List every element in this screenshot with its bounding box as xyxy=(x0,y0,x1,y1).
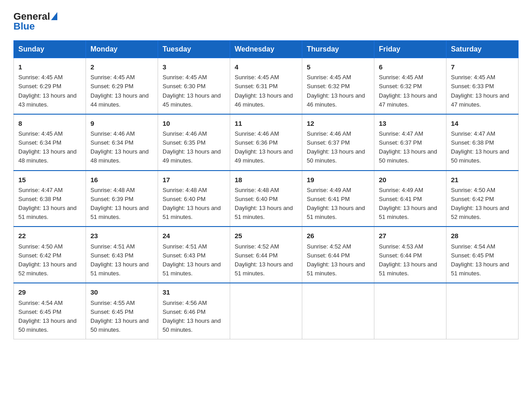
day-number: 2 xyxy=(90,62,153,72)
calendar-cell xyxy=(230,283,302,339)
calendar-cell: 28 Sunrise: 4:54 AMSunset: 6:45 PMDaylig… xyxy=(446,227,519,283)
day-info: Sunrise: 4:56 AMSunset: 6:46 PMDaylight:… xyxy=(163,300,221,333)
calendar-cell: 19 Sunrise: 4:49 AMSunset: 6:41 PMDaylig… xyxy=(302,171,374,227)
calendar-table: SundayMondayTuesdayWednesdayThursdayFrid… xyxy=(13,40,519,339)
day-number: 16 xyxy=(90,175,153,185)
day-number: 7 xyxy=(451,62,514,72)
day-number: 28 xyxy=(451,231,514,241)
day-info: Sunrise: 4:45 AMSunset: 6:34 PMDaylight:… xyxy=(18,130,77,164)
calendar-cell xyxy=(302,283,374,339)
day-info: Sunrise: 4:45 AMSunset: 6:31 PMDaylight:… xyxy=(235,74,293,107)
day-info: Sunrise: 4:50 AMSunset: 6:42 PMDaylight:… xyxy=(18,243,77,277)
calendar-cell: 30 Sunrise: 4:55 AMSunset: 6:45 PMDaylig… xyxy=(86,283,158,339)
header-wednesday: Wednesday xyxy=(230,41,302,58)
day-info: Sunrise: 4:53 AMSunset: 6:44 PMDaylight:… xyxy=(379,243,437,277)
calendar-cell: 29 Sunrise: 4:54 AMSunset: 6:45 PMDaylig… xyxy=(14,283,86,339)
calendar-cell: 23 Sunrise: 4:51 AMSunset: 6:43 PMDaylig… xyxy=(86,227,158,283)
calendar-cell: 25 Sunrise: 4:52 AMSunset: 6:44 PMDaylig… xyxy=(230,227,302,283)
header-tuesday: Tuesday xyxy=(158,41,230,58)
calendar-cell: 18 Sunrise: 4:48 AMSunset: 6:40 PMDaylig… xyxy=(230,171,302,227)
day-info: Sunrise: 4:47 AMSunset: 6:38 PMDaylight:… xyxy=(18,187,77,220)
day-info: Sunrise: 4:46 AMSunset: 6:34 PMDaylight:… xyxy=(90,130,149,164)
day-info: Sunrise: 4:54 AMSunset: 6:45 PMDaylight:… xyxy=(18,300,77,333)
day-number: 11 xyxy=(235,118,297,128)
calendar-cell: 13 Sunrise: 4:47 AMSunset: 6:37 PMDaylig… xyxy=(374,114,446,171)
calendar-cell: 26 Sunrise: 4:52 AMSunset: 6:44 PMDaylig… xyxy=(302,227,374,283)
day-number: 3 xyxy=(163,62,225,72)
header-friday: Friday xyxy=(374,41,446,58)
day-info: Sunrise: 4:52 AMSunset: 6:44 PMDaylight:… xyxy=(235,243,293,277)
day-info: Sunrise: 4:45 AMSunset: 6:30 PMDaylight:… xyxy=(163,74,221,107)
day-info: Sunrise: 4:48 AMSunset: 6:40 PMDaylight:… xyxy=(163,187,221,220)
calendar-cell: 12 Sunrise: 4:46 AMSunset: 6:37 PMDaylig… xyxy=(302,114,374,171)
day-number: 10 xyxy=(163,118,225,128)
day-info: Sunrise: 4:47 AMSunset: 6:37 PMDaylight:… xyxy=(379,130,437,164)
day-number: 31 xyxy=(163,287,225,297)
day-number: 1 xyxy=(18,62,81,72)
day-number: 9 xyxy=(90,118,153,128)
day-info: Sunrise: 4:49 AMSunset: 6:41 PMDaylight:… xyxy=(379,187,437,220)
calendar-cell: 6 Sunrise: 4:45 AMSunset: 6:32 PMDayligh… xyxy=(374,58,446,114)
day-number: 25 xyxy=(235,231,297,241)
calendar-cell: 22 Sunrise: 4:50 AMSunset: 6:42 PMDaylig… xyxy=(14,227,86,283)
week-row-3: 15 Sunrise: 4:47 AMSunset: 6:38 PMDaylig… xyxy=(14,171,519,227)
day-number: 22 xyxy=(18,231,81,241)
day-info: Sunrise: 4:45 AMSunset: 6:29 PMDaylight:… xyxy=(18,74,77,107)
header-monday: Monday xyxy=(86,41,158,58)
day-number: 17 xyxy=(163,175,225,185)
week-row-2: 8 Sunrise: 4:45 AMSunset: 6:34 PMDayligh… xyxy=(14,114,519,171)
page-header: General Blue xyxy=(13,9,519,32)
day-number: 21 xyxy=(451,175,514,185)
day-info: Sunrise: 4:49 AMSunset: 6:41 PMDaylight:… xyxy=(307,187,365,220)
calendar-cell: 10 Sunrise: 4:46 AMSunset: 6:35 PMDaylig… xyxy=(158,114,230,171)
logo-blue: Blue xyxy=(13,21,35,32)
calendar-cell: 5 Sunrise: 4:45 AMSunset: 6:32 PMDayligh… xyxy=(302,58,374,114)
header-saturday: Saturday xyxy=(446,41,519,58)
calendar-cell: 1 Sunrise: 4:45 AMSunset: 6:29 PMDayligh… xyxy=(14,58,86,114)
day-info: Sunrise: 4:48 AMSunset: 6:39 PMDaylight:… xyxy=(90,187,149,220)
week-row-1: 1 Sunrise: 4:45 AMSunset: 6:29 PMDayligh… xyxy=(14,58,519,114)
calendar-cell: 20 Sunrise: 4:49 AMSunset: 6:41 PMDaylig… xyxy=(374,171,446,227)
day-number: 15 xyxy=(18,175,81,185)
day-number: 23 xyxy=(90,231,153,241)
calendar-cell: 3 Sunrise: 4:45 AMSunset: 6:30 PMDayligh… xyxy=(158,58,230,114)
day-number: 8 xyxy=(18,118,81,128)
calendar-cell xyxy=(374,283,446,339)
day-info: Sunrise: 4:50 AMSunset: 6:42 PMDaylight:… xyxy=(451,187,509,220)
calendar-cell: 27 Sunrise: 4:53 AMSunset: 6:44 PMDaylig… xyxy=(374,227,446,283)
day-number: 5 xyxy=(307,62,369,72)
calendar-cell: 9 Sunrise: 4:46 AMSunset: 6:34 PMDayligh… xyxy=(86,114,158,171)
day-number: 29 xyxy=(18,287,81,297)
day-number: 26 xyxy=(307,231,369,241)
calendar-cell: 7 Sunrise: 4:45 AMSunset: 6:33 PMDayligh… xyxy=(446,58,519,114)
day-info: Sunrise: 4:51 AMSunset: 6:43 PMDaylight:… xyxy=(90,243,149,277)
calendar-cell: 15 Sunrise: 4:47 AMSunset: 6:38 PMDaylig… xyxy=(14,171,86,227)
weekday-header-row: SundayMondayTuesdayWednesdayThursdayFrid… xyxy=(14,41,519,58)
day-info: Sunrise: 4:46 AMSunset: 6:35 PMDaylight:… xyxy=(163,130,221,164)
day-info: Sunrise: 4:47 AMSunset: 6:38 PMDaylight:… xyxy=(451,130,509,164)
calendar-cell: 31 Sunrise: 4:56 AMSunset: 6:46 PMDaylig… xyxy=(158,283,230,339)
day-number: 18 xyxy=(235,175,297,185)
calendar-cell: 4 Sunrise: 4:45 AMSunset: 6:31 PMDayligh… xyxy=(230,58,302,114)
header-thursday: Thursday xyxy=(302,41,374,58)
day-number: 20 xyxy=(379,175,442,185)
day-info: Sunrise: 4:45 AMSunset: 6:32 PMDaylight:… xyxy=(379,74,437,107)
calendar-cell: 16 Sunrise: 4:48 AMSunset: 6:39 PMDaylig… xyxy=(86,171,158,227)
day-info: Sunrise: 4:52 AMSunset: 6:44 PMDaylight:… xyxy=(307,243,365,277)
header-sunday: Sunday xyxy=(14,41,86,58)
day-info: Sunrise: 4:45 AMSunset: 6:29 PMDaylight:… xyxy=(90,74,149,107)
day-info: Sunrise: 4:45 AMSunset: 6:33 PMDaylight:… xyxy=(451,74,509,107)
calendar-cell: 21 Sunrise: 4:50 AMSunset: 6:42 PMDaylig… xyxy=(446,171,519,227)
day-info: Sunrise: 4:48 AMSunset: 6:40 PMDaylight:… xyxy=(235,187,293,220)
day-number: 13 xyxy=(379,118,442,128)
logo-triangle-icon xyxy=(51,12,57,20)
week-row-4: 22 Sunrise: 4:50 AMSunset: 6:42 PMDaylig… xyxy=(14,227,519,283)
logo-general: General xyxy=(13,12,50,21)
calendar-cell: 8 Sunrise: 4:45 AMSunset: 6:34 PMDayligh… xyxy=(14,114,86,171)
logo: General Blue xyxy=(13,12,57,32)
week-row-5: 29 Sunrise: 4:54 AMSunset: 6:45 PMDaylig… xyxy=(14,283,519,339)
calendar-cell: 2 Sunrise: 4:45 AMSunset: 6:29 PMDayligh… xyxy=(86,58,158,114)
day-info: Sunrise: 4:46 AMSunset: 6:37 PMDaylight:… xyxy=(307,130,365,164)
calendar-cell xyxy=(446,283,519,339)
calendar-cell: 24 Sunrise: 4:51 AMSunset: 6:43 PMDaylig… xyxy=(158,227,230,283)
